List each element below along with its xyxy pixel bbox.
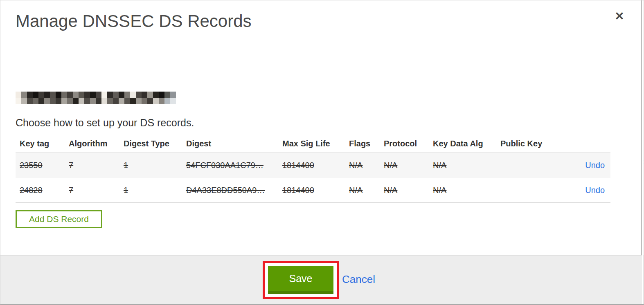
col-header-digest-type: Digest Type bbox=[119, 139, 182, 148]
add-ds-record-button[interactable]: Add DS Record bbox=[16, 210, 102, 228]
cell-key-data-alg: N/A bbox=[429, 186, 496, 195]
table-row: 24828 7 1 D4A33E8DD550A9… 1814400 N/A N/… bbox=[16, 178, 610, 203]
cell-key-tag: 24828 bbox=[16, 186, 65, 195]
cell-flags: N/A bbox=[345, 186, 380, 195]
manage-dnssec-modal: Manage DNSSEC DS Records ✕ Choose how to… bbox=[0, 0, 642, 305]
cell-algorithm: 7 bbox=[65, 186, 119, 195]
col-header-key-data-alg: Key Data Alg bbox=[429, 139, 496, 148]
annotation-highlight-box: Save bbox=[263, 261, 339, 299]
cell-key-tag: 23550 bbox=[16, 161, 65, 170]
undo-link[interactable]: Undo bbox=[585, 161, 605, 170]
cell-actions: Undo bbox=[558, 186, 610, 195]
col-header-max-sig-life: Max Sig Life bbox=[278, 139, 345, 148]
cell-key-data-alg: N/A bbox=[429, 161, 496, 170]
page-title: Manage DNSSEC DS Records bbox=[16, 11, 252, 31]
col-header-algorithm: Algorithm bbox=[65, 139, 119, 148]
close-icon[interactable]: ✕ bbox=[610, 7, 628, 25]
cell-digest: 54FCF030AA1C79… bbox=[182, 161, 278, 170]
save-button[interactable]: Save bbox=[268, 266, 333, 294]
cell-digest-type: 1 bbox=[119, 186, 182, 195]
cell-flags: N/A bbox=[345, 161, 380, 170]
cell-max-sig-life: 1814400 bbox=[278, 186, 345, 195]
modal-footer: Save Cancel bbox=[0, 255, 642, 305]
undo-link[interactable]: Undo bbox=[585, 186, 605, 195]
cell-protocol: N/A bbox=[380, 161, 429, 170]
col-header-key-tag: Key tag bbox=[16, 139, 65, 148]
cell-digest: D4A33E8DD550A9… bbox=[182, 186, 278, 195]
col-header-public-key: Public Key bbox=[496, 139, 558, 148]
ds-records-table: Key tag Algorithm Digest Type Digest Max… bbox=[16, 135, 610, 203]
col-header-protocol: Protocol bbox=[380, 139, 429, 148]
cell-actions: Undo bbox=[558, 161, 610, 170]
cell-protocol: N/A bbox=[380, 186, 429, 195]
col-header-flags: Flags bbox=[345, 139, 380, 148]
table-header-row: Key tag Algorithm Digest Type Digest Max… bbox=[16, 135, 610, 152]
subtitle-text: Choose how to set up your DS records. bbox=[16, 117, 194, 129]
cell-algorithm: 7 bbox=[65, 161, 119, 170]
col-header-digest: Digest bbox=[182, 139, 278, 148]
screenshot-stage: Manage DNSSEC DS Records ✕ Choose how to… bbox=[0, 0, 644, 305]
table-row: 23550 7 1 54FCF030AA1C79… 1814400 N/A N/… bbox=[16, 152, 610, 178]
cell-max-sig-life: 1814400 bbox=[278, 161, 345, 170]
redacted-domain-name bbox=[16, 92, 176, 104]
cell-digest-type: 1 bbox=[119, 161, 182, 170]
cancel-link[interactable]: Cancel bbox=[342, 273, 375, 286]
